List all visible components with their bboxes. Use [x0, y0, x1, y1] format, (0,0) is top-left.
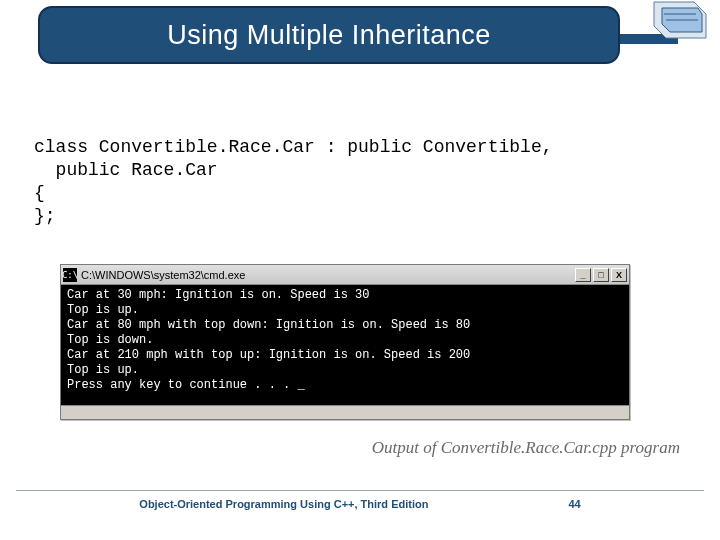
footer-divider	[16, 490, 704, 491]
cmd-window: C:\ C:\WINDOWS\system32\cmd.exe _ □ X Ca…	[60, 264, 630, 420]
cmd-window-buttons: _ □ X	[575, 268, 627, 282]
slide-title: Using Multiple Inheritance	[167, 20, 491, 51]
cmd-line: Car at 80 mph with top down: Ignition is…	[67, 318, 470, 332]
cmd-line: Press any key to continue . . . _	[67, 378, 305, 392]
cmd-prompt-icon: C:\	[63, 268, 77, 282]
cmd-window-title: C:\WINDOWS\system32\cmd.exe	[81, 269, 575, 281]
cmd-line: Car at 30 mph: Ignition is on. Speed is …	[67, 288, 369, 302]
code-line: };	[34, 206, 56, 226]
page-number: 44	[568, 498, 580, 510]
cmd-titlebar: C:\ C:\WINDOWS\system32\cmd.exe _ □ X	[61, 265, 629, 285]
book-corner-icon	[652, 0, 708, 52]
footer-book-title: Object-Oriented Programming Using C++, T…	[139, 498, 428, 510]
code-snippet: class Convertible.Race.Car : public Conv…	[34, 136, 552, 228]
cmd-line: Car at 210 mph with top up: Ignition is …	[67, 348, 470, 362]
maximize-button[interactable]: □	[593, 268, 609, 282]
cmd-output: Car at 30 mph: Ignition is on. Speed is …	[61, 285, 629, 405]
slide-footer: Object-Oriented Programming Using C++, T…	[0, 498, 720, 510]
minimize-button[interactable]: _	[575, 268, 591, 282]
slide-title-banner: Using Multiple Inheritance	[38, 6, 620, 64]
cmd-bottom-frame	[61, 405, 629, 419]
code-line: public Race.Car	[34, 160, 218, 180]
cmd-line: Top is down.	[67, 333, 153, 347]
cmd-line: Top is up.	[67, 363, 139, 377]
figure-caption: Output of Convertible.Race.Car.cpp progr…	[0, 438, 680, 458]
code-line: {	[34, 183, 45, 203]
code-line: class Convertible.Race.Car : public Conv…	[34, 137, 552, 157]
cmd-line: Top is up.	[67, 303, 139, 317]
close-button[interactable]: X	[611, 268, 627, 282]
